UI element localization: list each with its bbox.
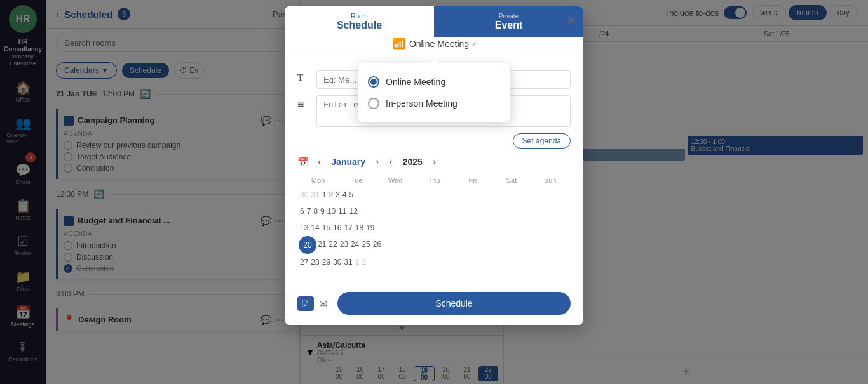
wifi-icon: 📶 — [393, 37, 405, 50]
radio-online[interactable]: Online Meeting — [368, 71, 500, 93]
meeting-type-dropdown: Online Meeting In-person Meeting — [358, 63, 510, 122]
modal-overlay: Room Schedule Private Event ✕ 📶 Online M… — [0, 0, 868, 384]
cal-row-4: 20 21 22 23 24 25 26 — [299, 236, 569, 254]
checkbox-footer-btn[interactable]: ☑ — [297, 296, 314, 311]
text-icon: T — [297, 73, 310, 83]
cal-cell-1[interactable]: 1 — [321, 187, 328, 203]
cal-cell-30b[interactable]: 30 — [332, 254, 342, 270]
email-footer-btn[interactable]: ✉ — [319, 296, 327, 311]
schedule-event-button[interactable]: Schedule — [337, 292, 571, 315]
cal-month-label: January — [331, 157, 365, 167]
cal-cell-7[interactable]: 7 — [306, 203, 313, 220]
footer-icons: ☑ ✉ — [297, 296, 327, 311]
cal-year-label: 2025 — [403, 157, 423, 167]
set-agenda-button[interactable]: Set agenda — [513, 133, 571, 149]
meeting-type-label: Online Meeting — [409, 39, 469, 49]
calendar-nav-inner: ‹ January › ‹ 2025 › — [318, 156, 571, 168]
cal-cell-23[interactable]: 23 — [339, 236, 349, 253]
cal-cell-13[interactable]: 13 — [299, 220, 309, 236]
cal-cell-10[interactable]: 10 — [326, 203, 337, 220]
cal-cell-21[interactable]: 21 — [316, 236, 327, 253]
cal-row-1: 30 31 1 2 3 4 5 — [299, 187, 569, 203]
cal-cell-18[interactable]: 18 — [354, 220, 365, 236]
cal-header-mon: Mon — [299, 174, 337, 187]
cal-header-sun: Sun — [531, 174, 569, 187]
radio-label-inperson: In-person Meeting — [386, 98, 458, 109]
cal-cell-2b[interactable]: 2 — [360, 254, 367, 270]
cal-cell-28[interactable]: 28 — [309, 254, 320, 270]
agenda-section: Set agenda — [297, 133, 571, 149]
month-next-btn[interactable]: › — [376, 156, 379, 168]
cal-cell-20-today[interactable]: 20 — [299, 236, 316, 254]
cal-header-fri: Fri — [453, 174, 492, 187]
cal-cell-4[interactable]: 4 — [341, 187, 348, 203]
cal-cell-19[interactable]: 19 — [365, 220, 376, 236]
tab-room-title: Schedule — [291, 20, 428, 31]
cal-header-thu: Thu — [415, 174, 454, 187]
cal-cell-16[interactable]: 16 — [332, 220, 342, 236]
cal-cell-27[interactable]: 27 — [299, 254, 309, 270]
radio-dot-online — [370, 79, 377, 85]
modal-close-button[interactable]: ✕ — [566, 13, 577, 28]
cal-cell-6[interactable]: 6 — [299, 203, 306, 220]
cal-row-5: 27 28 29 30 31 1 2 — [299, 254, 569, 270]
cal-header-wed: Wed — [376, 174, 415, 187]
cal-row-3: 13 14 15 16 17 18 19 — [299, 220, 569, 236]
cal-cell-3[interactable]: 3 — [334, 187, 341, 203]
cal-row-2: 6 7 8 9 10 11 12 — [299, 203, 569, 220]
cal-cell-14[interactable]: 14 — [309, 220, 320, 236]
cal-cell-2[interactable]: 2 — [327, 187, 334, 203]
cal-cell-31[interactable]: 31 — [309, 187, 320, 203]
cal-cell-22[interactable]: 22 — [327, 236, 338, 253]
year-next-btn[interactable]: › — [433, 156, 436, 168]
tab-room[interactable]: Room Schedule — [285, 6, 434, 37]
modal: Room Schedule Private Event ✕ 📶 Online M… — [285, 6, 583, 325]
cal-cell-12[interactable]: 12 — [348, 203, 358, 220]
cal-cell-17[interactable]: 17 — [342, 220, 353, 236]
cal-cell-26[interactable]: 26 — [372, 236, 383, 253]
radio-circle-online — [368, 76, 379, 88]
cal-cell-5[interactable]: 5 — [348, 187, 355, 203]
calendar-icon: 📅 — [297, 157, 310, 167]
cal-cell-29[interactable]: 29 — [321, 254, 332, 270]
cal-header-tue: Tue — [337, 174, 376, 187]
year-prev-btn[interactable]: ‹ — [389, 156, 392, 168]
cal-cell-8[interactable]: 8 — [312, 203, 319, 220]
tab-private-event[interactable]: Private Event — [434, 6, 583, 37]
radio-inperson[interactable]: In-person Meeting — [368, 93, 500, 114]
cal-cell-15[interactable]: 15 — [321, 220, 332, 236]
modal-tabs: Room Schedule Private Event — [285, 6, 583, 37]
cal-header-sat: Sat — [492, 174, 531, 187]
cal-cell-24[interactable]: 24 — [349, 236, 360, 253]
tab-event-title: Event — [440, 20, 577, 31]
date-nav-row: 📅 ‹ January › ‹ 2025 › — [297, 156, 571, 168]
cal-cell-31b[interactable]: 31 — [342, 254, 353, 270]
modal-footer: ☑ ✉ Schedule — [285, 287, 583, 325]
cal-cell-9[interactable]: 9 — [319, 203, 326, 220]
radio-circle-inperson — [368, 98, 379, 109]
chevron-right-icon: › — [473, 39, 475, 48]
meeting-type-row[interactable]: 📶 Online Meeting › — [285, 37, 583, 55]
cal-cell-1b[interactable]: 1 — [354, 254, 361, 270]
month-prev-btn[interactable]: ‹ — [318, 156, 321, 168]
calendar-grid: Mon Tue Wed Thu Fri Sat Sun 30 31 1 2 3 — [297, 173, 571, 272]
cal-cell-11[interactable]: 11 — [337, 203, 348, 220]
description-icon: ≡ — [297, 98, 310, 111]
calendar-header-row: Mon Tue Wed Thu Fri Sat Sun — [299, 174, 569, 187]
cal-cell-30[interactable]: 30 — [299, 187, 309, 203]
tab-event-type: Private — [440, 13, 577, 20]
cal-cell-25[interactable]: 25 — [360, 236, 371, 253]
tab-room-type: Room — [291, 13, 428, 20]
modal-calendar: 📅 ‹ January › ‹ 2025 › Mon Tue Wed — [297, 156, 571, 277]
radio-label-online: Online Meeting — [386, 77, 445, 87]
